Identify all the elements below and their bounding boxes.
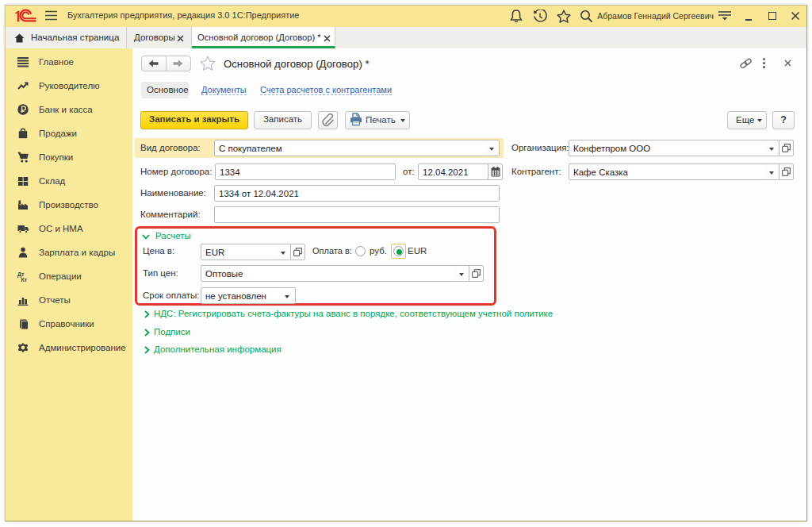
svg-text:Кт: Кт	[21, 277, 28, 283]
